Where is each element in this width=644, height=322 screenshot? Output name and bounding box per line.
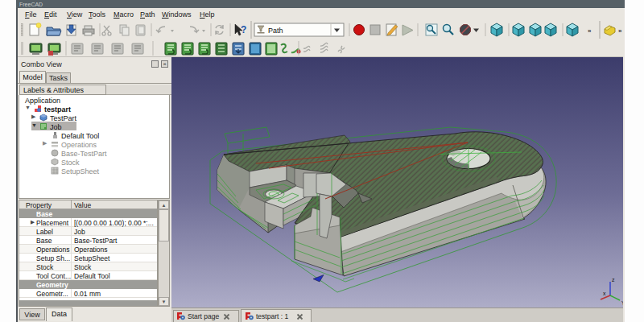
svg-text:x: x xyxy=(603,291,606,296)
svg-text:Path: Path xyxy=(268,27,283,35)
svg-text:»: » xyxy=(618,27,622,35)
svg-text:?: ? xyxy=(241,24,246,35)
svg-text:»: » xyxy=(588,27,592,35)
svg-text:Y: Y xyxy=(621,300,623,306)
svg-text:z: z xyxy=(612,277,615,283)
